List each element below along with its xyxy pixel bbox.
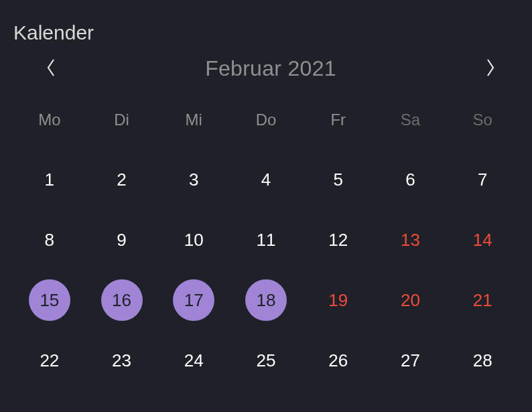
day-cell: 20 — [375, 279, 447, 321]
day-button[interactable]: 11 — [245, 219, 287, 261]
day-cell: 8 — [13, 219, 86, 261]
day-cell: 23 — [86, 340, 158, 381]
day-button[interactable]: 6 — [389, 159, 431, 200]
day-cell: 7 — [446, 159, 519, 200]
day-button[interactable]: 27 — [389, 340, 431, 381]
day-button[interactable]: 15 — [29, 279, 70, 321]
day-button[interactable]: 16 — [101, 279, 143, 321]
weekday-label: Mo — [13, 111, 86, 129]
weekday-label: So — [446, 111, 519, 129]
weekday-label: Sa — [375, 111, 447, 129]
day-button[interactable]: 9 — [101, 219, 143, 261]
day-cell: 17 — [157, 279, 230, 321]
day-button[interactable]: 20 — [389, 279, 431, 321]
day-button[interactable]: 18 — [245, 279, 287, 321]
day-cell: 9 — [86, 219, 158, 261]
weekday-label: Di — [86, 111, 158, 129]
day-cell: 1 — [13, 159, 86, 200]
day-cell: 22 — [13, 340, 86, 381]
day-button[interactable]: 22 — [29, 340, 70, 381]
day-button[interactable]: 28 — [462, 340, 503, 381]
day-button[interactable]: 8 — [29, 219, 70, 261]
day-cell: 15 — [13, 279, 86, 321]
day-button[interactable]: 14 — [462, 219, 503, 261]
day-button[interactable]: 21 — [462, 279, 503, 321]
day-button[interactable]: 26 — [318, 340, 359, 381]
weekday-label: Do — [230, 111, 302, 129]
day-button[interactable]: 5 — [318, 159, 359, 200]
day-cell: 4 — [230, 159, 302, 200]
day-cell: 27 — [375, 340, 447, 381]
day-cell: 26 — [302, 340, 375, 381]
day-cell: 6 — [375, 159, 447, 200]
day-button[interactable]: 25 — [245, 340, 287, 381]
days-grid: 1234567891011121314151617181920212223242… — [0, 159, 532, 381]
day-cell: 2 — [86, 159, 158, 200]
prev-month-button[interactable] — [42, 60, 60, 78]
day-button[interactable]: 4 — [245, 159, 287, 200]
day-cell: 5 — [302, 159, 375, 200]
day-cell: 25 — [230, 340, 302, 381]
calendar-title: Kalender — [0, 0, 532, 44]
weekday-label: Fr — [302, 111, 375, 129]
day-button[interactable]: 13 — [389, 219, 431, 261]
day-cell: 3 — [157, 159, 230, 200]
day-cell: 28 — [446, 340, 519, 381]
day-button[interactable]: 23 — [101, 340, 143, 381]
weekday-header-row: MoDiMiDoFrSaSo — [0, 111, 532, 129]
day-cell: 12 — [302, 219, 375, 261]
day-cell: 19 — [302, 279, 375, 321]
day-button[interactable]: 7 — [462, 159, 503, 200]
day-cell: 14 — [446, 219, 519, 261]
day-cell: 21 — [446, 279, 519, 321]
weekday-label: Mi — [157, 111, 230, 129]
day-cell: 24 — [157, 340, 230, 381]
day-button[interactable]: 12 — [318, 219, 359, 261]
month-year-label: Februar 2021 — [205, 56, 336, 81]
day-cell: 16 — [86, 279, 158, 321]
month-navigation: Februar 2021 — [0, 44, 532, 81]
day-button[interactable]: 3 — [173, 159, 214, 200]
day-button[interactable]: 2 — [101, 159, 143, 200]
day-cell: 10 — [157, 219, 230, 261]
chevron-right-icon — [485, 58, 496, 80]
day-cell: 11 — [230, 219, 302, 261]
chevron-left-icon — [46, 58, 56, 80]
day-button[interactable]: 19 — [318, 279, 359, 321]
day-button[interactable]: 17 — [173, 279, 214, 321]
day-button[interactable]: 10 — [173, 219, 214, 261]
day-cell: 13 — [375, 219, 447, 261]
day-cell: 18 — [230, 279, 302, 321]
day-button[interactable]: 24 — [173, 340, 214, 381]
next-month-button[interactable] — [481, 60, 500, 78]
day-button[interactable]: 1 — [29, 159, 70, 200]
